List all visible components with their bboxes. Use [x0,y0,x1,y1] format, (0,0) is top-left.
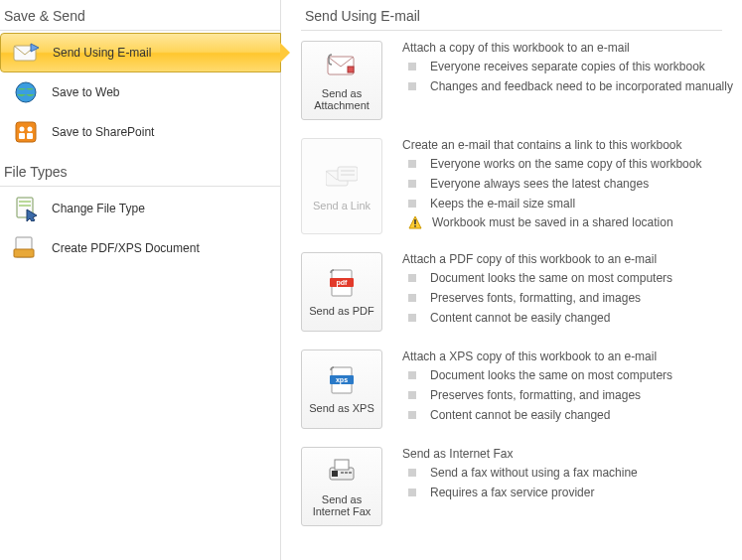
nav-send-using-email[interactable]: Send Using E-mail [0,33,281,72]
tile-send-as-xps[interactable]: xps Send as XPS [301,350,382,429]
option-description: Attach a XPS copy of this workbook to an… [402,350,742,429]
option-send-as-pdf: pdf Send as PDF Attach a PDF copy of thi… [301,252,742,332]
bullet-text: Send a fax without using a fax machine [430,465,638,482]
option-title: Create an e-mail that contains a link to… [402,138,742,152]
bullet-text: Content cannot be easily changed [430,407,610,424]
svg-rect-20 [414,225,416,227]
right-header: Send Using E-mail [301,4,722,31]
pdf-icon: pdf [326,267,358,299]
svg-rect-6 [27,133,33,139]
bullet-text: Preserves fonts, formatting, and images [430,290,641,307]
bullet-icon [408,469,416,477]
svg-text:pdf: pdf [337,279,349,287]
right-panel: Send Using E-mail Send as Attachment Att… [281,0,742,560]
svg-rect-5 [19,133,25,139]
tile-label: Send as Internet Fax [306,493,377,517]
globe-icon [10,80,42,104]
tile-label: Send a Link [313,200,371,211]
option-title: Send as Internet Fax [402,447,742,461]
option-description: Create an e-mail that contains a link to… [402,138,742,234]
pdf-xps-icon [10,235,42,261]
bullet-text: Everyone always sees the latest changes [430,176,649,193]
option-send-as-xps: xps Send as XPS Attach a XPS copy of thi… [301,350,742,429]
bullet-text: Content cannot be easily changed [430,310,610,327]
sharepoint-icon [10,120,42,144]
option-title: Attach a XPS copy of this workbook to an… [402,350,742,363]
svg-rect-31 [345,472,348,474]
svg-rect-19 [414,219,416,224]
save-send-header: Save & Send [0,4,280,31]
svg-rect-28 [335,460,349,470]
change-file-type-icon [10,196,42,221]
svg-rect-30 [341,472,344,474]
option-description: Attach a copy of this workbook to an e-m… [402,41,742,120]
nav-label: Create PDF/XPS Document [52,241,200,255]
svg-rect-13 [348,67,354,72]
svg-point-1 [16,82,36,102]
bullet-icon [408,200,416,208]
nav-label: Save to Web [52,85,119,99]
option-title: Attach a copy of this workbook to an e-m… [402,41,742,55]
svg-point-4 [28,127,33,132]
bullet-icon [408,82,416,90]
option-send-a-link: Send a Link Create an e-mail that contai… [301,138,742,234]
svg-rect-9 [19,205,31,207]
bullet-icon [408,371,416,379]
bullet-text: Everyone works on the same copy of this … [430,156,701,173]
bullet-icon [408,314,416,322]
option-description: Send as Internet Fax Send a fax without … [402,447,742,526]
tile-send-as-attachment[interactable]: Send as Attachment [301,41,382,120]
nav-change-file-type[interactable]: Change File Type [0,189,280,228]
nav-label: Save to SharePoint [52,125,154,139]
svg-rect-32 [349,472,352,474]
option-title: Attach a PDF copy of this workbook to an… [402,252,742,266]
bullet-text: Everyone receives separate copies of thi… [430,59,705,75]
envelope-send-icon [11,42,43,64]
attachment-icon [326,50,358,81]
option-send-as-internet-fax: Send as Internet Fax Send as Internet Fa… [301,447,742,526]
tile-label: Send as Attachment [306,87,377,111]
tile-label: Send as XPS [309,402,373,414]
tile-send-as-internet-fax[interactable]: Send as Internet Fax [301,447,382,526]
nav-label: Send Using E-mail [53,46,151,60]
bullet-text: Keeps the e-mail size small [430,196,575,212]
bullet-text: Document looks the same on most computer… [430,270,672,287]
svg-rect-29 [332,471,338,477]
tile-send-a-link: Send a Link [301,138,382,234]
nav-label: Change File Type [52,202,145,215]
svg-rect-17 [341,174,355,176]
svg-rect-16 [341,170,355,172]
svg-rect-2 [16,122,36,142]
nav-save-to-web[interactable]: Save to Web [0,72,280,112]
left-panel: Save & Send Send Using E-mail Save to We… [0,0,281,560]
option-description: Attach a PDF copy of this workbook to an… [402,252,742,332]
svg-rect-8 [19,201,31,203]
bullet-icon [408,63,416,70]
bullet-icon [408,274,416,282]
option-send-as-attachment: Send as Attachment Attach a copy of this… [301,41,742,120]
svg-rect-11 [14,249,34,257]
warning-icon [408,215,422,229]
fax-icon [326,456,358,488]
bullet-icon [408,160,416,168]
bullet-icon [408,411,416,419]
tile-label: Send as PDF [309,305,373,317]
bullet-icon [408,391,416,399]
bullet-text: Preserves fonts, formatting, and images [430,387,641,404]
file-types-header: File Types [0,160,280,187]
bullet-icon [408,180,416,188]
bullet-icon [408,489,416,496]
tile-send-as-pdf[interactable]: pdf Send as PDF [301,252,382,332]
nav-create-pdf-xps[interactable]: Create PDF/XPS Document [0,228,280,268]
bullet-text: Requires a fax service provider [430,485,594,501]
svg-text:xps: xps [336,376,348,384]
svg-point-3 [20,127,25,132]
nav-save-to-sharepoint[interactable]: Save to SharePoint [0,112,280,152]
bullet-icon [408,294,416,302]
bullet-text: Document looks the same on most computer… [430,367,672,384]
link-envelope-icon [326,162,358,194]
warning-text: Workbook must be saved in a shared locat… [432,214,673,231]
bullet-text: Changes and feedback need to be incorpor… [430,78,733,95]
xps-icon: xps [326,364,358,396]
